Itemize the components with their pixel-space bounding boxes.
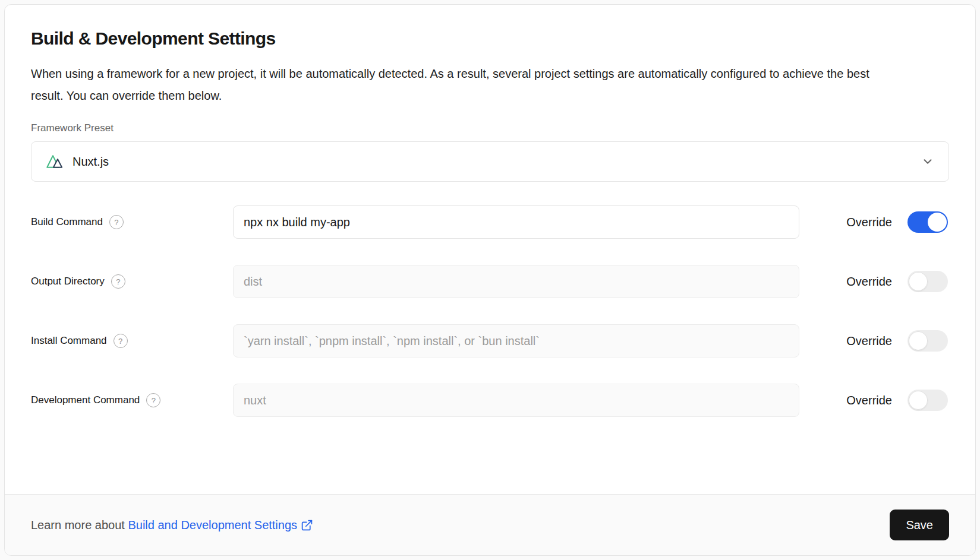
help-icon[interactable]: ?: [146, 393, 160, 407]
override-label: Override: [846, 394, 892, 407]
override-control: Override: [799, 390, 949, 411]
output-directory-row: Output Directory ? Override: [31, 265, 949, 298]
development-command-input: [233, 384, 799, 417]
override-toggle[interactable]: [907, 390, 948, 411]
install-command-label: Install Command ?: [31, 334, 233, 348]
help-icon[interactable]: ?: [111, 274, 125, 289]
override-label: Override: [846, 216, 892, 229]
learn-more-prefix: Learn more about: [31, 518, 128, 531]
row-label-text: Build Command: [31, 216, 103, 228]
nuxt-logo-icon: [46, 153, 65, 170]
override-label: Override: [846, 275, 892, 289]
card-main: Build & Development Settings When using …: [5, 5, 975, 494]
output-directory-label: Output Directory ?: [31, 274, 233, 289]
row-label-text: Development Command: [31, 394, 140, 406]
help-icon[interactable]: ?: [109, 215, 124, 229]
framework-preset-select[interactable]: Nuxt.js: [31, 141, 949, 182]
card-footer: Learn more about Build and Development S…: [5, 494, 975, 555]
help-icon[interactable]: ?: [114, 334, 128, 348]
toggle-knob: [909, 331, 928, 350]
link-label: Build and Development Settings: [128, 518, 297, 532]
development-command-row: Development Command ? Override: [31, 384, 949, 417]
override-toggle[interactable]: [907, 271, 948, 292]
install-command-input: [233, 324, 799, 357]
development-command-label: Development Command ?: [31, 393, 233, 407]
external-link-icon: [301, 519, 313, 531]
build-command-label: Build Command ?: [31, 215, 233, 229]
toggle-knob: [909, 272, 928, 291]
chevron-down-icon: [921, 155, 934, 168]
build-settings-card: Build & Development Settings When using …: [4, 4, 976, 556]
override-control: Override: [799, 271, 949, 292]
override-toggle[interactable]: [907, 211, 948, 233]
override-toggle[interactable]: [907, 330, 948, 352]
override-control: Override: [799, 211, 949, 233]
page-title: Build & Development Settings: [31, 29, 949, 49]
build-command-input[interactable]: [233, 205, 799, 239]
framework-preset-label: Framework Preset: [31, 122, 949, 134]
override-control: Override: [799, 330, 949, 352]
toggle-knob: [909, 391, 928, 410]
settings-description: When using a framework for a new project…: [31, 63, 893, 107]
learn-more-text: Learn more about Build and Development S…: [31, 518, 313, 532]
override-label: Override: [846, 334, 892, 348]
save-button[interactable]: Save: [890, 510, 949, 540]
output-directory-input: [233, 265, 799, 298]
build-settings-docs-link[interactable]: Build and Development Settings: [128, 518, 313, 532]
row-label-text: Output Directory: [31, 276, 105, 287]
settings-rows: Build Command ? Override Output Director…: [31, 205, 949, 417]
install-command-row: Install Command ? Override: [31, 324, 949, 357]
framework-selected-value: Nuxt.js: [73, 155, 109, 169]
build-command-row: Build Command ? Override: [31, 205, 949, 239]
toggle-knob: [928, 213, 947, 232]
row-label-text: Install Command: [31, 335, 107, 347]
